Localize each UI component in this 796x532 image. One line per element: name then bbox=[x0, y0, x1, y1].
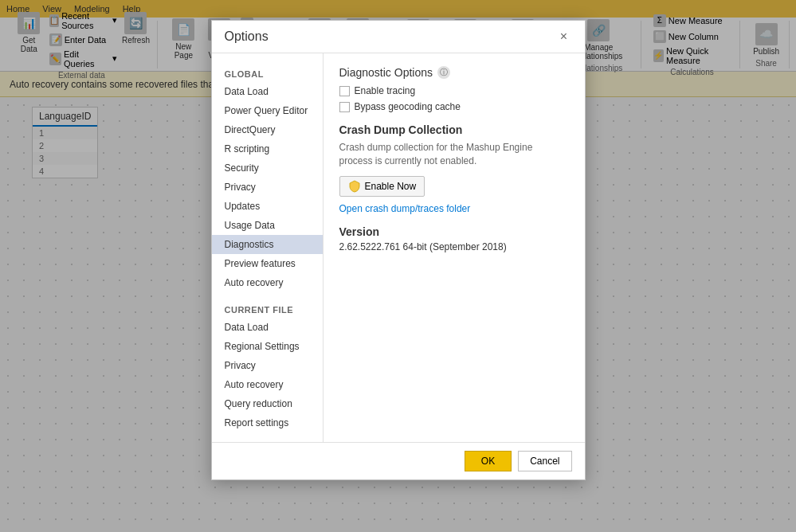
options-modal: Options × GLOBAL Data Load Power Query E… bbox=[211, 20, 586, 480]
nav-item-r-scripting[interactable]: R scripting bbox=[212, 139, 323, 158]
nav-item-auto-recovery-file[interactable]: Auto recovery bbox=[212, 375, 323, 394]
nav-item-updates[interactable]: Updates bbox=[212, 197, 323, 216]
version-heading: Version bbox=[339, 225, 569, 238]
enable-tracing-label: Enable tracing bbox=[355, 85, 416, 96]
nav-item-regional-settings[interactable]: Regional Settings bbox=[212, 337, 323, 356]
enable-tracing-checkbox[interactable] bbox=[339, 86, 350, 96]
nav-item-security[interactable]: Security bbox=[212, 158, 323, 178]
nav-item-auto-recovery-global[interactable]: Auto recovery bbox=[212, 273, 323, 292]
nav-item-privacy-file[interactable]: Privacy bbox=[212, 356, 323, 375]
modal-title: Options bbox=[225, 29, 269, 44]
shield-icon bbox=[348, 180, 361, 193]
open-crash-dump-link[interactable]: Open crash dump/traces folder bbox=[339, 203, 569, 214]
enable-now-button[interactable]: Enable Now bbox=[339, 176, 425, 197]
modal-overlay: Options × GLOBAL Data Load Power Query E… bbox=[0, 0, 796, 532]
nav-item-data-load-file[interactable]: Data Load bbox=[212, 318, 323, 337]
modal-body: GLOBAL Data Load Power Query Editor Dire… bbox=[212, 53, 585, 442]
crash-dump-heading: Crash Dump Collection bbox=[339, 123, 569, 136]
nav-item-query-reduction[interactable]: Query reduction bbox=[212, 394, 323, 413]
diagnostic-options-title: Diagnostic Options ⓘ bbox=[339, 66, 569, 79]
version-text: 2.62.5222.761 64-bit (September 2018) bbox=[339, 241, 569, 252]
nav-item-report-settings[interactable]: Report settings bbox=[212, 413, 323, 432]
nav-item-power-query-editor[interactable]: Power Query Editor bbox=[212, 101, 323, 120]
cancel-button[interactable]: Cancel bbox=[518, 451, 571, 471]
modal-titlebar: Options × bbox=[212, 21, 585, 53]
crash-dump-description: Crash dump collection for the Mashup Eng… bbox=[339, 141, 569, 168]
nav-item-direct-query[interactable]: DirectQuery bbox=[212, 120, 323, 139]
bypass-geocoding-label: Bypass geocoding cache bbox=[355, 101, 461, 112]
current-file-section-label: CURRENT FILE bbox=[212, 299, 323, 318]
bypass-geocoding-row: Bypass geocoding cache bbox=[339, 101, 569, 112]
ok-button[interactable]: OK bbox=[465, 451, 512, 471]
enable-now-label: Enable Now bbox=[365, 181, 417, 192]
nav-item-preview-features[interactable]: Preview features bbox=[212, 254, 323, 273]
global-section-label: GLOBAL bbox=[212, 63, 323, 82]
section-divider: Crash Dump Collection Crash dump collect… bbox=[339, 123, 569, 214]
modal-footer: OK Cancel bbox=[212, 442, 585, 479]
nav-item-data-load-global[interactable]: Data Load bbox=[212, 82, 323, 101]
modal-close-button[interactable]: × bbox=[556, 29, 572, 45]
modal-content: Diagnostic Options ⓘ Enable tracing Bypa… bbox=[323, 53, 585, 442]
nav-item-diagnostics[interactable]: Diagnostics bbox=[212, 235, 323, 254]
bypass-geocoding-checkbox[interactable] bbox=[339, 102, 350, 112]
modal-nav: GLOBAL Data Load Power Query Editor Dire… bbox=[212, 53, 323, 442]
nav-item-privacy-global[interactable]: Privacy bbox=[212, 178, 323, 197]
enable-tracing-row: Enable tracing bbox=[339, 85, 569, 96]
nav-item-usage-data[interactable]: Usage Data bbox=[212, 216, 323, 235]
info-icon: ⓘ bbox=[437, 66, 450, 79]
